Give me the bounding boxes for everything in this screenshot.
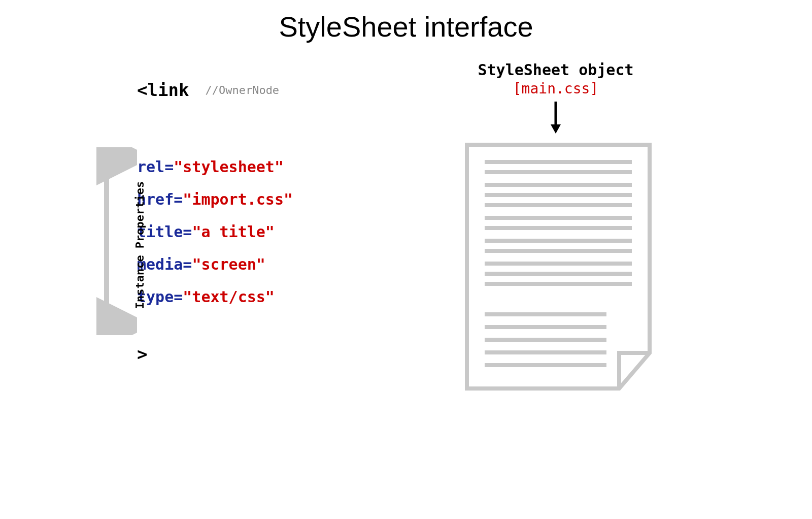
attr-href: href="import.css" [137, 192, 293, 207]
code-block: <link //OwnerNode rel="stylesheet" href=… [137, 81, 293, 363]
attr-title: title="a title" [137, 224, 293, 240]
page-title: StyleSheet interface [0, 10, 812, 43]
svg-rect-14 [485, 282, 632, 286]
attr-rel: rel="stylesheet" [137, 159, 293, 175]
document-icon [462, 140, 655, 394]
svg-rect-8 [485, 216, 632, 220]
bracket-icon [96, 147, 137, 335]
link-open-line: <link //OwnerNode [137, 81, 293, 99]
svg-rect-16 [485, 325, 606, 329]
attr-media: media="screen" [137, 257, 293, 272]
attr-type: type="text/css" [137, 289, 293, 305]
svg-rect-12 [485, 262, 632, 266]
svg-rect-18 [485, 350, 606, 354]
svg-rect-11 [485, 249, 632, 253]
svg-rect-5 [485, 183, 632, 187]
svg-rect-6 [485, 193, 632, 197]
stylesheet-object-heading: StyleSheet object [457, 61, 655, 79]
svg-rect-17 [485, 338, 606, 342]
svg-rect-9 [485, 226, 632, 230]
arrow-down-icon [548, 102, 563, 137]
svg-rect-19 [485, 363, 606, 367]
svg-rect-10 [485, 239, 632, 243]
svg-rect-7 [485, 203, 632, 207]
owner-node-comment: //OwnerNode [205, 84, 279, 96]
link-tag-close: > [137, 345, 293, 363]
svg-rect-4 [485, 170, 632, 174]
diagram-stage: StyleSheet interface <link //OwnerNode r… [0, 0, 812, 519]
stylesheet-object-filename: [main.css] [457, 80, 655, 97]
svg-rect-13 [485, 272, 632, 276]
link-tag-open: <link [137, 80, 189, 100]
svg-rect-3 [485, 160, 632, 164]
svg-rect-15 [485, 312, 606, 316]
attribute-list: rel="stylesheet" href="import.css" title… [137, 159, 293, 305]
